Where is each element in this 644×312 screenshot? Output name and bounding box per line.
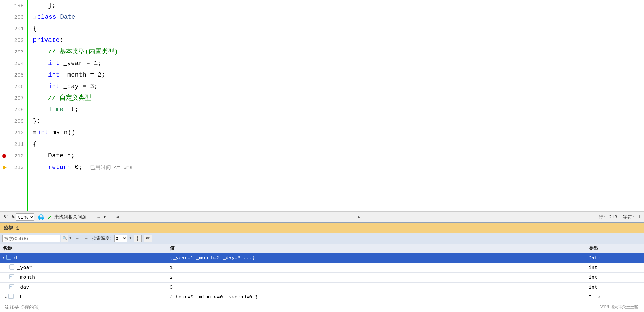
code-text: };	[33, 0, 56, 12]
code-text: _year = 1;	[59, 58, 101, 69]
code-line-201: {	[33, 23, 644, 35]
code-container: 199 200 201 202 203 204 205 206 207 208 …	[0, 0, 644, 211]
code-line-212: Date d;	[33, 150, 644, 162]
svg-text:f: f	[10, 276, 12, 278]
watch-search-button[interactable]: 🔍	[61, 235, 68, 242]
svg-marker-1	[136, 238, 139, 239]
watch-value-t: {_hour=0 _minute=0 _second=0 }	[167, 293, 586, 301]
pin-button[interactable]	[134, 235, 142, 242]
code-line-203: // 基本类型(内置类型)	[33, 46, 644, 58]
watch-type-month: int	[586, 274, 644, 281]
code-text: int	[33, 69, 59, 81]
zoom-control[interactable]: 81 % 81 %	[3, 213, 34, 221]
watch-type-text-year: int	[589, 265, 598, 270]
watch-search-group: 🔍 ▼	[2, 235, 71, 242]
status-bar: 81 % 81 % 🌐 ✔ 未找到相关问题 ✏ ▼ ◄ ► 行: 213 字符:…	[0, 211, 644, 222]
arrow-indicator	[1, 162, 8, 173]
field-svg-year: f	[9, 264, 14, 270]
watch-name-text-month: _month	[17, 275, 35, 280]
zoom-dropdown[interactable]: 81 %	[16, 213, 34, 221]
watch-row-day[interactable]: f _day 3 int	[0, 283, 644, 292]
svg-text:f: f	[10, 285, 12, 288]
line-num-204: 204	[9, 58, 24, 69]
search-dropdown-arrow[interactable]: ▼	[69, 236, 71, 240]
line-num-211: 211	[9, 139, 24, 150]
expand-icon-t[interactable]: ▶	[5, 295, 7, 299]
code-line-202: private:	[33, 35, 644, 46]
svg-rect-0	[137, 236, 138, 238]
watch-row-d[interactable]: ▼ f d {_year=1 _month=2 _day=3 ...} Date	[0, 253, 644, 263]
watch-row-t[interactable]: ▶ f _t {_hour=0 _minute=0 _second=0 } Ti…	[0, 292, 644, 302]
line-num-199: 199	[9, 0, 24, 12]
watch-toolbar: 🔍 ▼ ← → 搜索深度: 12345 ▼ ab	[0, 233, 644, 244]
status-separator-1	[92, 214, 92, 220]
watch-title: 监视 1	[3, 225, 19, 231]
watch-name-year: f _year	[0, 263, 167, 272]
code-text: :	[59, 35, 63, 46]
watch-title-bar: 监视 1	[0, 223, 644, 233]
line-num-201: 201	[9, 23, 24, 35]
scroll-right-icon[interactable]: ►	[358, 215, 360, 220]
svg-text:f: f	[9, 295, 11, 298]
line-numbers: 199 200 201 202 203 204 205 206 207 208 …	[9, 0, 27, 211]
ab-button[interactable]: ab	[144, 235, 152, 242]
watch-value-text-month: 2	[170, 275, 173, 280]
code-text: };	[33, 116, 40, 127]
svg-text:f: f	[10, 266, 12, 269]
watch-name-t: ▶ f _t	[0, 293, 167, 302]
code-text: main()	[48, 127, 75, 139]
expand-icon-d[interactable]: ▼	[2, 256, 4, 260]
watch-name-month: f _month	[0, 273, 167, 282]
breakpoint-dot	[2, 154, 6, 158]
watermark: CSDN @大耳朵土土酱	[600, 304, 638, 310]
col-header-type: 类型	[586, 244, 644, 253]
collapse-icon-210: ⊟	[33, 127, 36, 139]
watch-value-year: 1	[167, 264, 586, 272]
code-line-210: ⊟int main()	[33, 127, 644, 139]
line-num-209: 209	[9, 116, 24, 127]
dropdown-arrow[interactable]: ▼	[104, 215, 106, 219]
globe-icon: 🌐	[38, 214, 44, 220]
code-line-213: return 0; 已用时间 <= 6ms	[33, 162, 644, 173]
status-right: 行: 213 字符: 1	[599, 214, 641, 220]
watch-row-year[interactable]: f _year 1 int	[0, 263, 644, 273]
watch-table-header: 名称 值 类型	[0, 244, 644, 253]
code-line-199: };	[33, 0, 644, 12]
collapse-icon-200: ⊟	[33, 12, 36, 23]
code-line-206: int _day = 3;	[33, 81, 644, 92]
code-text: 0;	[75, 162, 90, 173]
field-svg-month: f	[9, 274, 14, 279]
line-num-207: 207	[9, 92, 24, 104]
no-issues-text: 未找到相关问题	[54, 214, 87, 220]
depth-select[interactable]: 12345	[114, 235, 127, 242]
watch-panel: 监视 1 🔍 ▼ ← → 搜索深度: 12345 ▼ ab	[0, 222, 644, 312]
line-num-202: 202	[9, 35, 24, 46]
watch-name-d: ▼ f d	[0, 253, 167, 262]
watch-search-input[interactable]	[2, 235, 60, 242]
code-text: _t;	[64, 104, 79, 116]
line-indicator: 行: 213	[599, 214, 617, 220]
line-num-213: 213	[9, 162, 24, 173]
line-num-203: 203	[9, 46, 24, 58]
svg-rect-2	[137, 239, 138, 241]
scroll-left-icon[interactable]: ◄	[116, 215, 119, 220]
status-separator-2	[111, 214, 111, 220]
field-icon-d: f	[6, 255, 11, 261]
code-text: int	[33, 81, 59, 92]
field-icon-year: f	[9, 264, 14, 271]
add-watch-row[interactable]: 添加要监视的项	[0, 302, 644, 312]
code-editor[interactable]: }; ⊟class Date { private: // 基本类型(内置类型) …	[28, 0, 644, 211]
field-icon-month: f	[9, 274, 14, 281]
watch-nav-forward[interactable]: →	[83, 235, 90, 242]
code-line-200: ⊟class Date	[33, 12, 644, 23]
watch-row-month[interactable]: f _month 2 int	[0, 273, 644, 283]
watch-nav-back[interactable]: ←	[74, 235, 81, 242]
svg-text:f: f	[7, 256, 8, 259]
depth-dropdown-arrow[interactable]: ▼	[129, 236, 131, 240]
zoom-label: 81 %	[3, 215, 14, 220]
watch-name-text-d: d	[14, 255, 17, 261]
code-text: {	[33, 23, 37, 35]
code-line-205: int _month = 2;	[33, 69, 644, 81]
line-num-206: 206	[9, 81, 24, 92]
check-icon: ✔	[48, 214, 51, 220]
